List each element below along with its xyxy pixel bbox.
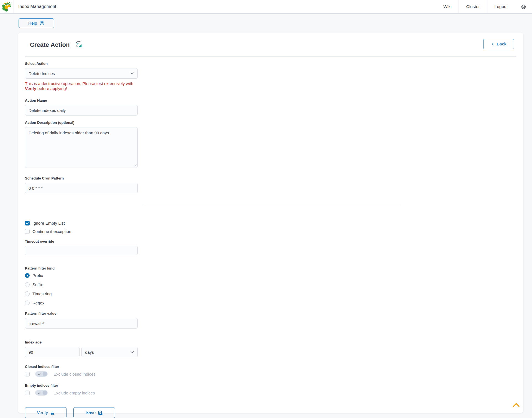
exclude-empty-toggle	[35, 390, 48, 396]
toggle-knob	[43, 372, 47, 376]
radio-label: Suffix	[32, 282, 43, 287]
radio-unselected[interactable]	[25, 301, 30, 305]
radio-label: Timestring	[32, 291, 52, 296]
closed-indices-filter-row: Exclude closed indices	[25, 371, 139, 377]
back-button[interactable]: Back	[483, 39, 514, 49]
life-ring-icon	[521, 4, 526, 9]
closed-filter-checkbox[interactable]	[25, 372, 30, 376]
gear-glyph	[101, 413, 103, 415]
toggle-check-icon	[38, 391, 41, 394]
chevron-down-icon	[130, 350, 134, 354]
exclude-empty-label: Exclude empty indices	[53, 391, 95, 395]
exclude-closed-label: Exclude closed indices	[53, 372, 96, 376]
chevron-up-icon	[512, 402, 520, 408]
continue-if-exception-checkbox[interactable]: Continue if exception	[25, 229, 139, 234]
options-form: Ignore Empty List Continue if exception …	[25, 221, 139, 418]
page-title: Create Action	[30, 41, 70, 48]
app-logo[interactable]	[0, 0, 14, 13]
empty-filter-checkbox[interactable]	[25, 391, 30, 395]
index-age-input[interactable]	[25, 347, 80, 357]
app-title: Index Management	[18, 4, 56, 9]
chevron-down-icon	[130, 71, 134, 75]
create-action-icon	[75, 40, 83, 49]
navbar-actions: Wiki Cluster Logout	[436, 0, 532, 13]
destructive-warning: This is a destructive operation. Please …	[25, 81, 139, 91]
warning-text-suffix: before applying!	[36, 86, 67, 91]
nav-link-logout[interactable]: Logout	[487, 0, 515, 13]
toggle-check-icon	[38, 373, 41, 376]
closed-indices-filter-label: Closed indices filter	[25, 365, 139, 369]
chevron-left-icon	[491, 42, 494, 46]
help-icon	[40, 21, 44, 25]
panel-header: Create Action Back	[18, 33, 523, 49]
checkbox-unchecked[interactable]	[25, 229, 30, 234]
index-age-unit-dropdown[interactable]: days	[81, 347, 138, 357]
action-name-label: Action Name	[25, 98, 139, 103]
resize-handle-icon[interactable]	[134, 164, 137, 167]
create-action-panel: Create Action Back Select Action Delete …	[18, 33, 523, 413]
index-age-unit-value: days	[85, 350, 94, 355]
create-action-form: Select Action Delete Indices This is a d…	[25, 61, 139, 193]
verify-button-label: Verify	[37, 410, 48, 415]
checkbox-checked[interactable]	[25, 221, 30, 225]
action-name-input[interactable]	[25, 105, 138, 116]
save-button[interactable]: Save	[73, 407, 115, 418]
ignore-empty-list-checkbox[interactable]: Ignore Empty List	[25, 221, 139, 225]
flask-icon	[50, 411, 55, 415]
pattern-filter-kind-label: Pattern filter kind	[25, 266, 139, 271]
timeout-override-input[interactable]	[25, 246, 138, 255]
index-age-label: Index age	[25, 340, 139, 345]
radio-suffix[interactable]: Suffix	[25, 282, 139, 287]
about-button[interactable]	[515, 0, 532, 13]
checkbox-label: Ignore Empty List	[32, 221, 65, 225]
section-divider	[143, 204, 400, 204]
dot-cluster-logo-icon	[2, 1, 12, 12]
header-divider	[25, 57, 516, 57]
cron-pattern-label: Schedule Cron Pattern	[25, 176, 139, 181]
timeout-override-label: Timeout override	[25, 239, 139, 244]
radio-label: Prefix	[32, 273, 43, 278]
radio-selected[interactable]	[25, 273, 30, 278]
action-description-textarea[interactable]: Deleting of daily indexes older than 90 …	[25, 127, 138, 168]
checkbox-label: Continue if exception	[32, 229, 71, 234]
warning-text-bold: Verify	[25, 86, 36, 91]
back-button-label: Back	[497, 42, 506, 47]
top-navbar: Index Management Wiki Cluster Logout	[0, 0, 532, 14]
toggle-knob	[43, 391, 47, 395]
radio-prefix[interactable]: Prefix	[25, 273, 139, 278]
empty-indices-filter-label: Empty indices filter	[25, 383, 139, 388]
nav-link-wiki[interactable]: Wiki	[436, 0, 459, 13]
exclude-closed-toggle	[35, 371, 48, 377]
radio-unselected[interactable]	[25, 282, 30, 287]
radio-label: Regex	[32, 301, 44, 305]
select-action-label: Select Action	[25, 61, 139, 66]
pattern-filter-value-label: Pattern filter value	[25, 311, 139, 316]
pattern-filter-value-input[interactable]	[25, 318, 138, 329]
save-icon	[98, 411, 103, 415]
empty-indices-filter-row: Exclude empty indices	[25, 390, 139, 396]
radio-regex[interactable]: Regex	[25, 301, 139, 305]
cron-pattern-input[interactable]	[25, 183, 138, 193]
nav-link-cluster[interactable]: Cluster	[459, 0, 487, 13]
radio-unselected[interactable]	[25, 291, 30, 296]
action-description-label: Action Description (optional)	[25, 120, 139, 125]
warning-text-prefix: This is a destructive operation. Please …	[25, 81, 133, 86]
save-button-label: Save	[86, 410, 96, 415]
select-action-value: Delete Indices	[29, 71, 55, 76]
select-action-dropdown[interactable]: Delete Indices	[25, 68, 138, 79]
verify-button[interactable]: Verify	[25, 407, 66, 418]
help-button-label: Help	[28, 21, 37, 26]
scroll-to-top-button[interactable]	[512, 402, 520, 408]
help-button[interactable]: Help	[19, 18, 54, 28]
radio-timestring[interactable]: Timestring	[25, 291, 139, 296]
check-icon	[26, 222, 29, 225]
